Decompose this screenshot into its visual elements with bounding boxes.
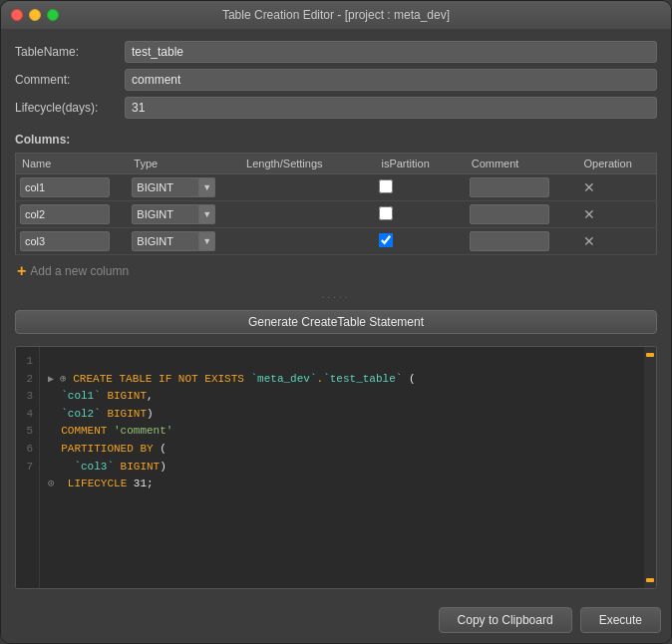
content-area: TableName: Comment: Lifecycle(days): Col… [1, 29, 671, 599]
copy-to-clipboard-button[interactable]: Copy to Clipboard [439, 607, 572, 633]
col-partition-checkbox[interactable] [379, 233, 393, 247]
tablename-label: TableName: [15, 45, 125, 59]
delete-row-button[interactable]: ✕ [581, 206, 597, 222]
table-row: ▼ ✕ [16, 228, 657, 255]
main-window: Table Creation Editor - [project : meta_… [0, 0, 672, 644]
form-section: TableName: Comment: Lifecycle(days): [15, 41, 657, 125]
col-comment-input[interactable] [470, 177, 549, 197]
window-title: Table Creation Editor - [project : meta_… [222, 8, 450, 22]
add-column-row[interactable]: + Add a new column [15, 263, 657, 279]
col-type-wrapper: ▼ [132, 177, 236, 197]
columns-section: Columns: Name Type Length/Settings isPar… [15, 133, 657, 279]
close-button[interactable] [11, 9, 23, 21]
add-column-icon: + [17, 263, 26, 279]
col-name-input[interactable] [20, 231, 110, 251]
comment-row: Comment: [15, 69, 657, 91]
col-header-type: Type [128, 154, 240, 174]
col-type-dropdown[interactable]: ▼ [199, 231, 215, 251]
line-numbers: 1 2 3 4 5 6 7 [16, 347, 40, 588]
table-row: ▼ ✕ [16, 201, 657, 228]
col-header-length: Length/Settings [240, 154, 375, 174]
delete-row-button[interactable]: ✕ [581, 233, 597, 249]
maximize-button[interactable] [47, 9, 59, 21]
comment-input[interactable] [125, 69, 657, 91]
col-name-input[interactable] [20, 177, 110, 197]
code-area: 1 2 3 4 5 6 7 ▶ ⊕ CREATE TABLE IF NOT EX… [15, 346, 657, 589]
code-scrollbar[interactable] [644, 347, 656, 588]
columns-table: Name Type Length/Settings isPartition Co… [15, 153, 657, 255]
col-type-dropdown[interactable]: ▼ [199, 177, 215, 197]
traffic-lights [11, 9, 59, 21]
col-name-input[interactable] [20, 204, 110, 224]
comment-label: Comment: [15, 73, 125, 87]
table-row: ▼ ✕ [16, 174, 657, 201]
col-comment-input[interactable] [470, 204, 549, 224]
col-type-input[interactable] [132, 231, 199, 251]
col-comment-input[interactable] [470, 231, 549, 251]
add-column-label: Add a new column [30, 264, 129, 278]
execute-button[interactable]: Execute [580, 607, 661, 633]
col-partition-checkbox[interactable] [379, 179, 393, 193]
col-partition-checkbox[interactable] [379, 206, 393, 220]
col-type-input[interactable] [132, 177, 199, 197]
col-type-wrapper: ▼ [132, 204, 236, 224]
col-header-name: Name [16, 154, 129, 174]
lifecycle-input[interactable] [125, 97, 657, 119]
generate-button[interactable]: Generate CreateTable Statement [15, 310, 657, 334]
delete-row-button[interactable]: ✕ [581, 179, 597, 195]
tablename-input[interactable] [125, 41, 657, 63]
code-lines: ▶ ⊕ CREATE TABLE IF NOT EXISTS `meta_dev… [40, 347, 644, 588]
bottom-bar: Copy to Clipboard Execute [1, 599, 671, 643]
titlebar: Table Creation Editor - [project : meta_… [1, 1, 671, 29]
col-header-comment: Comment [466, 154, 578, 174]
col-type-dropdown[interactable]: ▼ [199, 204, 215, 224]
code-content: 1 2 3 4 5 6 7 ▶ ⊕ CREATE TABLE IF NOT EX… [16, 347, 656, 588]
col-type-input[interactable] [132, 204, 199, 224]
minimize-button[interactable] [29, 9, 41, 21]
columns-label: Columns: [15, 133, 657, 147]
lifecycle-row: Lifecycle(days): [15, 97, 657, 119]
divider-dots: ..... [15, 289, 657, 300]
lifecycle-label: Lifecycle(days): [15, 101, 125, 115]
col-header-partition: isPartition [375, 154, 465, 174]
col-type-wrapper: ▼ [132, 231, 236, 251]
col-header-operation: Operation [577, 154, 656, 174]
tablename-row: TableName: [15, 41, 657, 63]
